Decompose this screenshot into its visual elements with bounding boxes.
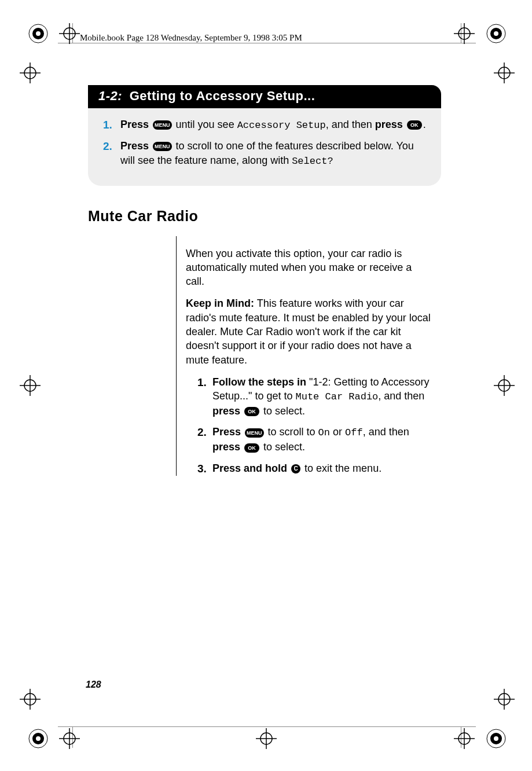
step-row: 2. Press MENU to scroll to one of the fe…	[103, 139, 426, 168]
crosshair-icon	[454, 728, 475, 749]
section-banner: 1-2: Getting to Accessory Setup...	[88, 85, 441, 108]
crosshair-icon	[454, 23, 475, 44]
step-bold: press	[375, 119, 403, 130]
menu-button-icon: MENU	[153, 120, 172, 130]
crosshair-icon	[59, 728, 80, 749]
lcd-text: Select?	[292, 156, 333, 167]
lcd-text: On	[318, 427, 330, 438]
step-bold: Press	[120, 140, 149, 152]
svg-point-2	[36, 31, 41, 36]
step-body: Press MENU to scroll to On or Off, and t…	[212, 425, 431, 454]
list-item: 2. Press MENU to scroll to On or Off, an…	[197, 425, 431, 454]
step-text: , and then	[378, 390, 424, 402]
step-bold: Press and hold	[212, 462, 287, 474]
running-header: Mobile.book Page 128 Wednesday, Septembe…	[80, 33, 302, 43]
crosshair-icon	[20, 689, 41, 710]
step-text: .	[423, 119, 426, 130]
step-bold: press	[212, 441, 240, 453]
procedure-box: 1. Press MENU until you see Accessory Se…	[88, 108, 441, 186]
step-text: to exit the menu.	[302, 462, 381, 474]
step-number: 3.	[197, 461, 212, 476]
content-column: 1-2: Getting to Accessory Setup... 1. Pr…	[88, 85, 441, 483]
step-body: Press MENU until you see Accessory Setup…	[120, 118, 426, 133]
step-row: 1. Press MENU until you see Accessory Se…	[103, 118, 426, 133]
list-item: 1. Follow the steps in "1-2: Getting to …	[197, 375, 431, 418]
menu-button-icon: MENU	[153, 142, 172, 151]
page-number: 128	[86, 680, 101, 690]
paragraph: When you activate this option, your car …	[186, 247, 431, 289]
banner-prefix: 1-2:	[98, 89, 122, 103]
crop-rule-bottom	[58, 726, 476, 727]
ok-button-icon: OK	[407, 120, 422, 130]
step-text: , and then	[363, 426, 409, 438]
step-text: until you see	[176, 119, 237, 130]
crosshair-icon	[59, 23, 80, 44]
registration-mark-icon	[27, 727, 50, 750]
step-bold: Press	[212, 426, 241, 438]
step-text: , and then	[326, 119, 375, 130]
step-text: to scroll to	[268, 426, 318, 438]
step-bold: Press	[120, 119, 149, 130]
crosshair-icon	[494, 63, 515, 83]
numbered-list: 1. Follow the steps in "1-2: Getting to …	[186, 375, 431, 476]
menu-button-icon: MENU	[245, 428, 264, 438]
svg-point-26	[36, 736, 41, 741]
step-text: to select.	[261, 405, 305, 417]
keep-in-mind-label: Keep in Mind:	[186, 298, 254, 309]
step-text: to select.	[261, 441, 305, 453]
step-number: 1.	[103, 118, 120, 133]
step-bold: press	[212, 405, 240, 417]
step-bold: Follow the steps in	[212, 376, 306, 388]
step-body: Press MENU to scroll to one of the featu…	[120, 139, 426, 168]
paragraph: Keep in Mind: This feature works with yo…	[186, 296, 431, 366]
lcd-text: Accessory Setup	[237, 120, 326, 131]
crop-rule-top	[58, 43, 476, 43]
c-button-icon: C	[291, 464, 300, 473]
svg-point-35	[494, 736, 498, 741]
registration-mark-icon	[485, 22, 508, 45]
crosshair-icon	[256, 728, 277, 749]
step-body: Press and hold C to exit the menu.	[212, 461, 381, 476]
registration-mark-icon	[485, 727, 508, 750]
step-body: Follow the steps in "1-2: Getting to Acc…	[212, 375, 431, 418]
step-text: or	[330, 426, 345, 438]
section-heading: Mute Car Radio	[88, 208, 441, 225]
lcd-text: Off	[345, 427, 363, 438]
crosshair-icon	[20, 375, 41, 396]
list-item: 3. Press and hold C to exit the menu.	[197, 461, 431, 476]
banner-title: Getting to Accessory Setup...	[126, 89, 315, 103]
step-number: 1.	[197, 375, 212, 418]
page: Mobile.book Page 128 Wednesday, Septembe…	[0, 0, 532, 771]
step-number: 2.	[197, 425, 212, 454]
svg-point-11	[494, 31, 498, 36]
crosshair-icon	[494, 375, 515, 396]
crosshair-icon	[494, 689, 515, 710]
lcd-text: Mute Car Radio	[295, 391, 378, 402]
ok-button-icon: OK	[244, 407, 259, 416]
crosshair-icon	[20, 63, 41, 83]
registration-mark-icon	[27, 22, 50, 45]
step-number: 2.	[103, 139, 120, 168]
indented-column: When you activate this option, your car …	[176, 236, 431, 476]
ok-button-icon: OK	[244, 443, 259, 453]
